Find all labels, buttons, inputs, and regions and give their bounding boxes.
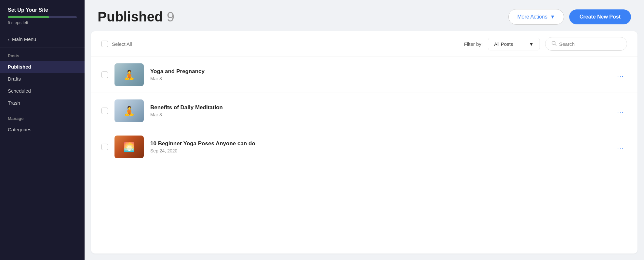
post-info-3: 10 Beginner Yoga Poses Anyone can do Sep…: [150, 140, 608, 153]
post-more-button-2[interactable]: …: [614, 105, 627, 116]
setup-title: Set Up Your Site: [8, 7, 77, 13]
manage-section: Manage Categories: [0, 109, 85, 136]
post-info-1: Yoga and Pregnancy Mar 8: [150, 68, 608, 81]
main-menu-label: Main Menu: [12, 36, 36, 42]
page-title-text: Published: [98, 9, 163, 25]
post-more-button-3[interactable]: …: [614, 141, 627, 152]
steps-left-label: 5 steps left: [8, 20, 77, 25]
post-row: 🧘 Yoga and Pregnancy Mar 8 …: [91, 57, 637, 93]
page-title-count: 9: [167, 9, 174, 25]
more-actions-button[interactable]: More Actions ▼: [508, 9, 564, 25]
setup-section: Set Up Your Site 5 steps left: [0, 0, 85, 31]
chevron-down-icon: ▼: [550, 14, 555, 20]
sidebar-item-trash[interactable]: Trash: [0, 97, 85, 109]
post-checkbox-2[interactable]: [101, 108, 108, 114]
manage-section-label: Manage: [0, 109, 85, 124]
page-header: Published 9 More Actions ▼ Create New Po…: [85, 0, 644, 31]
progress-bar-bg: [8, 16, 77, 18]
post-thumbnail-2: 🧘: [114, 99, 144, 122]
posts-section: Posts Published Drafts Scheduled Trash: [0, 47, 85, 109]
create-post-label: Create New Post: [580, 14, 621, 20]
post-thumb-image-2: 🧘: [114, 99, 144, 122]
sidebar-item-scheduled[interactable]: Scheduled: [0, 85, 85, 97]
post-row: 🧘 Benefits of Daily Meditation Mar 8 …: [91, 93, 637, 129]
progress-bar-fill: [8, 16, 49, 18]
sidebar-item-drafts[interactable]: Drafts: [0, 73, 85, 85]
main-menu-section: ‹ Main Menu: [0, 31, 85, 47]
post-thumbnail-3: 🌅: [114, 136, 144, 158]
search-box[interactable]: [545, 37, 627, 51]
main-content: Published 9 More Actions ▼ Create New Po…: [85, 0, 644, 260]
filter-value: All Posts: [494, 41, 513, 47]
filter-select[interactable]: All Posts ▼: [488, 38, 540, 50]
posts-list: 🧘 Yoga and Pregnancy Mar 8 … 🧘 Benefits …: [91, 57, 637, 165]
post-checkbox-3[interactable]: [101, 144, 108, 150]
post-checkbox-1[interactable]: [101, 72, 108, 78]
post-date-2: Mar 8: [150, 112, 608, 117]
sidebar-item-categories[interactable]: Categories: [0, 124, 85, 136]
select-all-label[interactable]: Select All: [112, 41, 132, 47]
post-thumbnail-1: 🧘: [114, 63, 144, 86]
post-title-2: Benefits of Daily Meditation: [150, 104, 608, 111]
svg-line-1: [555, 44, 556, 46]
post-more-button-1[interactable]: …: [614, 69, 627, 80]
post-title-1: Yoga and Pregnancy: [150, 68, 608, 75]
header-actions: More Actions ▼ Create New Post: [508, 9, 631, 25]
post-title-3: 10 Beginner Yoga Poses Anyone can do: [150, 140, 608, 147]
search-icon: [551, 41, 557, 47]
chevron-left-icon: ‹: [8, 36, 9, 42]
sidebar-item-published[interactable]: Published: [0, 61, 85, 73]
post-info-2: Benefits of Daily Meditation Mar 8: [150, 104, 608, 117]
page-title: Published 9: [98, 9, 174, 25]
create-post-button[interactable]: Create New Post: [569, 9, 631, 24]
select-all-checkbox[interactable]: [101, 41, 108, 47]
toolbar-left: Select All: [101, 41, 132, 47]
sidebar: Set Up Your Site 5 steps left ‹ Main Men…: [0, 0, 85, 260]
main-menu-link[interactable]: ‹ Main Menu: [8, 36, 77, 42]
search-input[interactable]: [559, 41, 621, 47]
more-actions-label: More Actions: [517, 14, 547, 20]
post-thumb-image-1: 🧘: [114, 63, 144, 86]
post-date-1: Mar 8: [150, 76, 608, 81]
toolbar-right: Filter by: All Posts ▼: [464, 37, 627, 51]
post-date-3: Sep 24, 2020: [150, 148, 608, 153]
post-row: 🌅 10 Beginner Yoga Poses Anyone can do S…: [91, 129, 637, 165]
posts-section-label: Posts: [0, 47, 85, 61]
post-thumb-image-3: 🌅: [114, 136, 144, 158]
toolbar: Select All Filter by: All Posts ▼: [91, 31, 637, 57]
posts-content: Select All Filter by: All Posts ▼: [91, 31, 637, 254]
filter-chevron-icon: ▼: [529, 41, 534, 47]
filter-by-label: Filter by:: [464, 41, 483, 47]
